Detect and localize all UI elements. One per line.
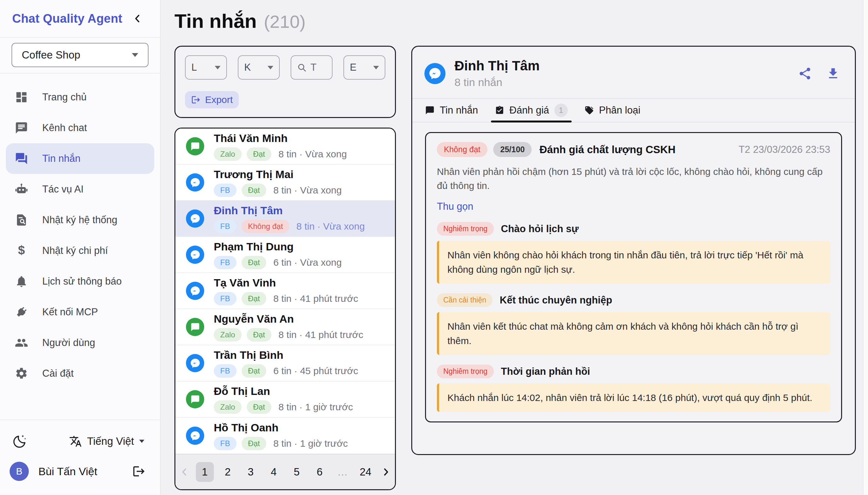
row-sub: FB Không đạt 8 tin · Vừa xong [214,220,365,233]
pagination-page-button[interactable]: 5 [288,462,306,482]
sidebar-item-label: Nhật ký hệ thống [42,214,117,226]
sidebar-item-ket-noi-mcp[interactable]: Kết nối MCP [6,297,154,327]
row-meta: 8 tin · 1 giờ trước [273,438,348,449]
sidebar-item-trang-chu[interactable]: Trang chủ [6,82,154,113]
pagination-page-button[interactable]: 6 [311,462,329,482]
pagination-page-button[interactable]: 2 [219,462,237,482]
detail-contact-name: Đinh Thị Tâm [455,58,797,73]
criterion-note: Nhân viên không chào hỏi khách trong tin… [437,241,830,284]
evaluation-score-badge: 25/100 [493,142,531,157]
notification-history-icon [15,275,28,288]
sidebar-collapse-button[interactable] [131,12,145,25]
contact-name: Tạ Văn Vinh [214,277,358,289]
filter-row: L K E [185,55,386,80]
filter-dropdown-2[interactable]: K [238,55,280,80]
sidebar-footer: Tiếng Việt B Bùi Tấn Việt [0,420,160,495]
row-meta: 6 tin · 45 phút trước [273,365,358,376]
status-badge: Đạt [242,292,266,305]
list-item[interactable]: Trần Thị Bình FB Đạt 6 tin · 45 phút trư… [175,345,395,381]
filter-dropdown-1[interactable]: L [185,55,227,80]
language-selector[interactable]: Tiếng Việt [69,435,144,448]
user-row: B Bùi Tấn Việt [0,456,160,487]
sidebar-item-tin-nhan[interactable]: Tin nhắn [6,143,154,174]
status-badge: Đạt [242,364,266,378]
messages-icon [15,152,28,165]
list-item[interactable]: Phạm Thị Dung FB Đạt 6 tin · Vừa xong [175,237,395,273]
collapse-link[interactable]: Thu gọn [437,201,473,212]
tab-tin-nhan[interactable]: Tin nhắn [417,99,487,122]
list-item[interactable]: Tạ Văn Vinh FB Đạt 8 tin · 41 phút trước [175,273,395,309]
dark-mode-toggle[interactable] [12,433,28,449]
row-meta: 8 tin · Vừa xong [296,221,365,232]
main-area: Tin nhắn (210) L K [161,0,868,495]
status-badge: Đạt [247,148,272,161]
list-item[interactable]: Nguyễn Văn An Zalo Đạt 8 tin · 41 phút t… [175,309,395,345]
left-column: L K E [175,46,396,490]
chevron-down-icon [267,66,273,69]
share-button[interactable] [797,66,813,81]
sidebar-item-nhat-ky-chi-phi[interactable]: $ Nhật ký chi phí [6,235,154,266]
row-meta: 8 tin · Vừa xong [278,149,347,159]
contact-name: Trần Thị Bình [214,349,358,361]
list-item[interactable]: Hồ Thị Oanh FB Đạt 8 tin · 1 giờ trước [175,417,395,454]
chevron-right-icon [381,467,391,477]
evaluation-title: Đánh giá chất lượng CSKH [539,143,738,156]
pagination-prev-button[interactable] [178,462,191,482]
tab-label: Đánh giá [509,105,549,116]
row-sub: Zalo Đạt 8 tin · Vừa xong [214,148,347,161]
tab-phan-loai[interactable]: Phân loại [576,99,649,122]
criterion-header: Cần cải thiện Kết thúc chuyên nghiệp [437,293,830,307]
list-item[interactable]: Đỗ Thị Lan Zalo Đạt 8 tin · 1 giờ trước [175,381,395,417]
sidebar-item-lich-su-thong-bao[interactable]: Lịch sử thông báo [6,266,154,297]
severity-badge: Nghiêm trọng [437,222,494,236]
pagination-next-button[interactable] [380,462,392,482]
channel-badge: Zalo [214,148,242,161]
sidebar-item-tac-vu-ai[interactable]: Tác vụ AI [6,174,154,205]
chevron-left-icon [132,13,143,24]
tab-danh-gia[interactable]: Đánh giá 1 [487,99,576,122]
export-icon [191,95,201,105]
list-item[interactable]: Thái Văn Minh Zalo Đạt 8 tin · Vừa xong [175,129,395,165]
detail-identity: Đinh Thị Tâm 8 tin nhắn [455,58,797,89]
sidebar-item-nguoi-dung[interactable]: Người dùng [6,327,154,358]
messenger-avatar-icon [186,282,204,300]
row-sub: FB Đạt 8 tin · 41 phút trước [214,292,358,305]
sidebar-item-label: Nhật ký chi phí [42,245,108,256]
cost-log-icon: $ [15,244,28,257]
download-button[interactable] [825,66,841,81]
pagination-ellipsis: … [333,462,351,482]
pagination-page-button[interactable]: 1 [196,462,214,482]
window-scrollbar[interactable] [863,0,868,495]
list-item-selected[interactable]: Đinh Thị Tâm FB Không đạt 8 tin · Vừa xo… [175,201,395,237]
tab-label: Phân loại [599,105,640,116]
svg-text:$: $ [18,244,24,257]
export-button[interactable]: Export [185,91,239,108]
sidebar-item-kenh-chat[interactable]: Kênh chat [6,113,154,143]
logout-button[interactable] [131,464,147,479]
sidebar-item-nhat-ky-he-thong[interactable]: Nhật ký hệ thống [6,205,154,235]
row-meta: 8 tin · 41 phút trước [273,293,358,304]
zalo-avatar-icon [186,390,204,408]
shop-selector[interactable]: Coffee Shop [12,43,148,67]
criterion-title: Chào hỏi lịch sự [501,223,579,235]
pagination-page-button[interactable]: 3 [242,462,260,482]
status-badge: Đạt [247,328,272,342]
chevron-down-icon [132,53,138,57]
sidebar-item-cai-dat[interactable]: Cài đặt [6,358,154,389]
detail-panel: Đinh Thị Tâm 8 tin nhắn [411,46,856,455]
pagination-page-button[interactable]: 4 [265,462,283,482]
search-box[interactable] [291,55,332,80]
filter-dropdown-3[interactable]: E [343,55,386,80]
pagination-page-button[interactable]: 24 [357,462,375,482]
app-title: Chat Quality Agent [12,12,122,25]
list-item[interactable]: Trương Thị Mai FB Đạt 8 tin · Vừa xong [175,165,395,201]
row-sub: FB Đạt 8 tin · Vừa xong [214,184,342,197]
logout-icon [132,465,146,478]
chevron-down-icon [139,440,144,443]
shop-selector-wrap: Coffee Shop [0,38,160,73]
search-input[interactable] [310,62,323,73]
detail-subtitle: 8 tin nhắn [455,76,797,89]
messenger-avatar-icon [186,209,204,228]
contact-name: Phạm Thị Dung [214,240,342,253]
detail-header: Đinh Thị Tâm 8 tin nhắn [412,47,855,98]
